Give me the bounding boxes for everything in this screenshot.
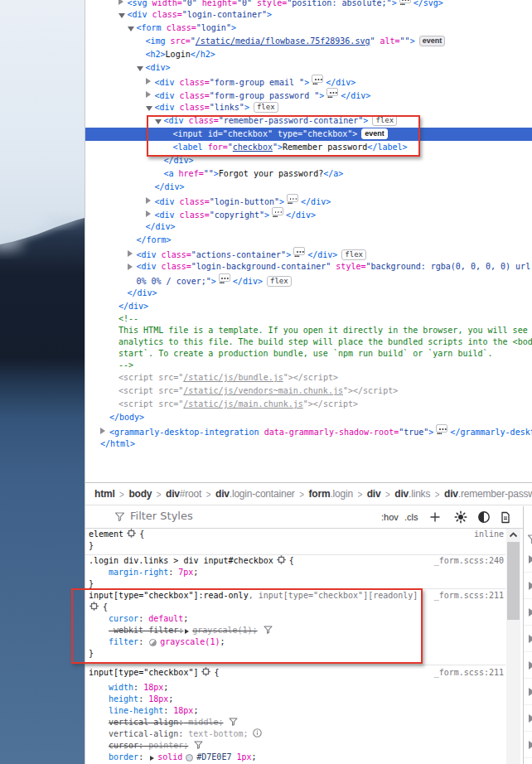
event-badge[interactable]: event <box>419 36 446 46</box>
dom-tree-row[interactable]: <div class="form-group email ">…</div> <box>85 75 532 88</box>
dom-tree-row[interactable]: <a href="">Forgot your password?</a> <box>85 167 532 181</box>
expand-arrow-icon[interactable] <box>529 555 532 563</box>
expand-arrow-icon[interactable] <box>146 78 151 85</box>
dark-scheme-button[interactable] <box>477 506 491 528</box>
dom-tree-row[interactable]: <svg width="0" height="0" style="positio… <box>85 0 532 8</box>
dom-tree-row[interactable]: <script src="/static/js/vendors~main.chu… <box>85 384 532 398</box>
dom-tree-row[interactable]: </html> <box>85 438 532 451</box>
breadcrumb-item-div.remember-password-container[interactable]: div.remember-password-container <box>444 488 532 500</box>
computed-property-row[interactable] <box>524 573 532 599</box>
event-badge[interactable]: event <box>361 128 388 139</box>
ellipsis-badge[interactable]: … <box>219 273 230 282</box>
expand-arrow-icon[interactable] <box>529 661 532 670</box>
collapse-arrow-icon[interactable] <box>128 27 134 31</box>
css-declaration[interactable]: cursor: default; <box>85 613 532 625</box>
expand-arrow-icon[interactable] <box>128 264 133 270</box>
overridden-filter-icon[interactable] <box>264 626 273 634</box>
attribute-link[interactable]: /static/media/flowbase.75f28936.svg <box>196 36 370 46</box>
stylesheet-source-link[interactable]: _form.scss:211 <box>434 667 504 679</box>
add-rule-button[interactable] <box>429 506 441 528</box>
dom-tree-row[interactable]: </body> <box>85 411 532 424</box>
expand-arrow-icon[interactable] <box>529 608 532 617</box>
dom-tree-row[interactable]: </div> <box>85 181 532 194</box>
ellipsis-badge[interactable]: … <box>293 247 305 255</box>
filter-swatch[interactable] <box>149 639 157 646</box>
dom-tree-row[interactable]: <div class="copyright">…</div> <box>85 207 532 220</box>
breadcrumb-item-form.login[interactable]: form.login <box>309 488 353 500</box>
dom-tree-row[interactable]: <div class="login-container"> <box>85 8 532 22</box>
expand-arrow-icon[interactable] <box>529 688 532 696</box>
ellipsis-badge[interactable]: … <box>399 0 411 3</box>
selector-highlighter-icon[interactable] <box>127 529 136 538</box>
scrollbar-up-button[interactable] <box>506 529 520 542</box>
selector-highlighter-icon[interactable] <box>89 602 99 611</box>
selector-highlighter-icon[interactable] <box>277 555 286 564</box>
dom-tree-row[interactable]: <!-- <box>85 313 532 325</box>
dom-tree-row[interactable]: <div class="links">flex <box>85 101 532 114</box>
overridden-filter-icon[interactable] <box>194 741 203 749</box>
css-declaration[interactable]: margin-right: 7px; <box>85 567 532 578</box>
dom-tree-row[interactable]: start`. To create a production bundle, u… <box>85 348 532 360</box>
dom-tree-row[interactable]: <div class="remember-password-container"… <box>85 114 532 128</box>
breadcrumb[interactable]: html>body>div#root>div.login-container>f… <box>85 483 532 505</box>
dom-tree-row[interactable]: <div class="login-background-container" … <box>85 260 532 273</box>
collapse-arrow-icon[interactable] <box>137 66 143 71</box>
print-simulation-button[interactable] <box>500 506 511 528</box>
css-selector-line[interactable]: } <box>85 648 532 660</box>
css-selector-line[interactable]: } <box>85 540 532 552</box>
flex-badge[interactable]: flex <box>372 115 397 126</box>
expand-arrow-icon[interactable] <box>128 250 133 257</box>
filter-styles-input[interactable] <box>130 510 337 522</box>
attribute-link[interactable]: checkbox <box>233 143 273 152</box>
stylesheet-source-link[interactable]: _form.scss:240 <box>434 555 504 567</box>
stylesheet-source-link[interactable]: _form.scss:211 <box>434 590 504 602</box>
attribute-link[interactable]: /static/js/bundle.js <box>183 373 283 382</box>
attribute-link[interactable]: /static/js/main.chunk.js <box>183 399 303 409</box>
breadcrumb-item-div.links[interactable]: div.links <box>394 488 430 500</box>
css-declaration[interactable]: -webkit-filter:grayscale(1); <box>85 625 532 636</box>
breadcrumb-item-html[interactable]: html <box>94 488 115 500</box>
css-declaration[interactable]: height: 18px; <box>85 694 532 705</box>
overridden-filter-icon[interactable] <box>229 718 238 726</box>
css-declaration[interactable]: filter: grayscale(1); <box>85 636 532 648</box>
class-toggle-button[interactable]: .cls <box>404 506 418 528</box>
attribute-link[interactable]: /static/js/vendors~main.chunk.js <box>183 386 343 395</box>
computed-property-row[interactable] <box>524 626 532 652</box>
css-declaration[interactable]: line-height: 18px; <box>85 705 532 717</box>
collapse-arrow-icon[interactable] <box>146 106 152 111</box>
flex-badge[interactable]: flex <box>341 249 366 260</box>
dom-tree-row[interactable]: <div class="login-button">…</div> <box>85 194 532 207</box>
dom-tree-row[interactable]: <h2>Login</h2> <box>85 48 532 61</box>
computed-property-row[interactable] <box>524 732 532 758</box>
collapse-arrow-icon[interactable] <box>118 13 125 18</box>
ellipsis-badge[interactable]: … <box>287 194 298 202</box>
expand-arrow-icon[interactable] <box>146 197 151 204</box>
rules-scrollbar[interactable] <box>506 529 520 764</box>
breadcrumb-item-body[interactable]: body <box>128 488 152 500</box>
breadcrumb-item-div.login-container[interactable]: div.login-container <box>215 488 295 500</box>
shorthand-expander-icon[interactable] <box>185 629 189 634</box>
selector-highlighter-icon[interactable] <box>201 667 210 676</box>
dom-tree-row[interactable]: </div> <box>85 287 532 300</box>
breadcrumb-item-div[interactable]: div <box>367 488 381 500</box>
ellipsis-badge[interactable]: … <box>272 207 283 215</box>
ellipsis-badge[interactable]: … <box>326 88 338 96</box>
flex-badge[interactable]: flex <box>254 102 278 113</box>
dom-tree-row[interactable]: <div> <box>85 61 532 75</box>
dom-tree-row[interactable]: <script src="/static/js/main.chunk.js"><… <box>85 398 532 411</box>
dom-inspector-tree[interactable]: <svg width="0" height="0" style="positio… <box>85 0 532 482</box>
dom-tree-row[interactable]: --> <box>85 360 532 371</box>
dom-tree-row-selected[interactable]: <input id="checkbox" type="checkbox">eve… <box>85 128 532 141</box>
dom-tree-row[interactable]: <script src="/static/js/bundle.js"></scr… <box>85 371 532 384</box>
dom-tree-row[interactable]: </form> <box>85 234 532 247</box>
breadcrumb-item-div#root[interactable]: div#root <box>166 488 201 500</box>
expand-arrow-icon[interactable] <box>118 0 123 5</box>
computed-property-row[interactable] <box>524 599 532 626</box>
css-declaration[interactable]: cursor: pointer; <box>85 740 532 752</box>
scrollbar-thumb[interactable] <box>507 542 520 620</box>
dom-tree-row[interactable]: analytics to this file. The build step w… <box>85 336 532 348</box>
light-scheme-button[interactable] <box>454 506 467 528</box>
ellipsis-badge[interactable]: … <box>312 75 323 83</box>
expand-arrow-icon[interactable] <box>529 635 532 643</box>
dom-tree-row[interactable]: </div> <box>85 154 532 167</box>
